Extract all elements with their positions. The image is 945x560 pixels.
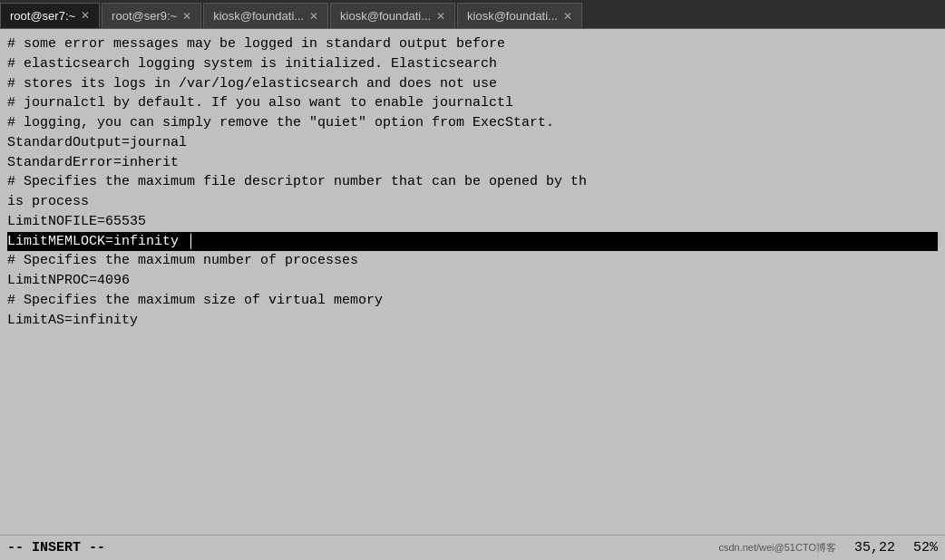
tab-4[interactable]: kiosk@foundati...✕ (330, 3, 455, 28)
scroll-percent: 52% (913, 540, 938, 555)
status-right: csdn.net/wei@51CTO博客 35,22 52% (718, 540, 938, 555)
terminal-line-18: LimitAS=infinity (7, 311, 938, 331)
terminal-line-4: # journalctl by default. If you also wan… (7, 93, 938, 113)
tab-label-5: kiosk@foundati... (467, 9, 558, 23)
terminal-line-2: # elasticsearch logging system is initia… (7, 54, 938, 74)
terminal-line-17: # Specifies the maximum size of virtual … (7, 291, 938, 311)
tab-1[interactable]: root@ser7:~✕ (0, 3, 100, 28)
terminal-line-11: LimitNOFILE=65535 (7, 212, 938, 232)
terminal-line-9: # Specifies the maximum file descriptor … (7, 172, 938, 192)
terminal-line-6: StandardOutput=journal (7, 133, 938, 153)
tab-close-5[interactable]: ✕ (563, 11, 572, 22)
terminal-line-5: # logging, you can simply remove the "qu… (7, 113, 938, 133)
tab-2[interactable]: root@ser9:~✕ (102, 3, 201, 28)
terminal-line-3: # stores its logs in /var/log/elasticsea… (7, 74, 938, 94)
terminal-line-15: LimitNPROC=4096 (7, 271, 938, 291)
terminal-line-1: # some error messages may be logged in s… (7, 34, 938, 54)
tab-label-4: kiosk@foundati... (340, 9, 431, 23)
terminal-line-14: # Specifies the maximum number of proces… (7, 251, 938, 271)
tab-5[interactable]: kiosk@foundati...✕ (457, 3, 582, 28)
tab-label-3: kiosk@foundati... (213, 9, 304, 23)
terminal-line-7: StandardError=inherit (7, 153, 938, 173)
terminal-content: # some error messages may be logged in s… (0, 29, 945, 535)
tab-close-4[interactable]: ✕ (436, 11, 445, 22)
tab-close-2[interactable]: ✕ (182, 11, 191, 22)
tab-bar: root@ser7:~✕root@ser9:~✕kiosk@foundati..… (0, 0, 945, 29)
tab-close-1[interactable]: ✕ (81, 10, 90, 21)
cursor-position: 35,22 (854, 540, 895, 555)
terminal-line-12: LimitMEMLOCK=infinity │ (7, 232, 938, 252)
watermark: csdn.net/wei@51CTO博客 (718, 541, 836, 555)
tab-3[interactable]: kiosk@foundati...✕ (203, 3, 328, 28)
tab-label-2: root@ser9:~ (112, 9, 177, 23)
tab-label-1: root@ser7:~ (10, 9, 75, 23)
terminal-line-10: is process (7, 192, 938, 212)
status-bar: -- INSERT -- csdn.net/wei@51CTO博客 35,22 … (0, 535, 945, 560)
tab-close-3[interactable]: ✕ (309, 11, 318, 22)
vim-mode: -- INSERT -- (7, 540, 105, 555)
